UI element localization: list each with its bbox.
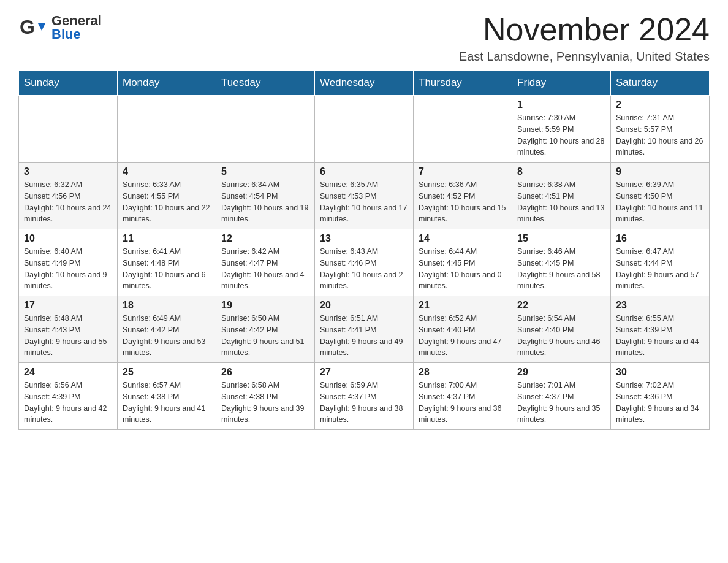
day-info: Sunrise: 7:30 AMSunset: 5:59 PMDaylight:… [517, 112, 605, 158]
day-info: Sunrise: 6:51 AMSunset: 4:41 PMDaylight:… [320, 313, 408, 359]
day-number: 12 [221, 233, 309, 244]
weekday-header-thursday: Thursday [414, 71, 512, 96]
calendar-cell-3-2: 11Sunrise: 6:41 AMSunset: 4:48 PMDayligh… [118, 229, 216, 296]
calendar-cell-1-3 [216, 96, 315, 163]
calendar-cell-2-2: 4Sunrise: 6:33 AMSunset: 4:55 PMDaylight… [118, 163, 216, 229]
weekday-header-wednesday: Wednesday [315, 71, 414, 96]
calendar-table: SundayMondayTuesdayWednesdayThursdayFrid… [18, 70, 710, 430]
day-number: 15 [517, 233, 605, 244]
day-number: 16 [616, 233, 704, 244]
calendar-cell-5-7: 30Sunrise: 7:02 AMSunset: 4:36 PMDayligh… [611, 363, 710, 430]
calendar-cell-3-3: 12Sunrise: 6:42 AMSunset: 4:47 PMDayligh… [216, 229, 315, 296]
calendar-cell-2-3: 5Sunrise: 6:34 AMSunset: 4:54 PMDaylight… [216, 163, 315, 229]
calendar-cell-4-2: 18Sunrise: 6:49 AMSunset: 4:42 PMDayligh… [118, 296, 216, 363]
calendar-cell-1-1 [19, 96, 118, 163]
day-info: Sunrise: 6:44 AMSunset: 4:45 PMDaylight:… [419, 246, 507, 292]
day-number: 11 [123, 233, 211, 244]
day-info: Sunrise: 6:57 AMSunset: 4:38 PMDaylight:… [123, 380, 211, 426]
day-number: 9 [616, 166, 704, 177]
calendar-cell-5-3: 26Sunrise: 6:58 AMSunset: 4:38 PMDayligh… [216, 363, 315, 430]
calendar-cell-1-5 [414, 96, 512, 163]
calendar-week-4: 17Sunrise: 6:48 AMSunset: 4:43 PMDayligh… [19, 296, 710, 363]
calendar-cell-3-6: 15Sunrise: 6:46 AMSunset: 4:45 PMDayligh… [512, 229, 611, 296]
day-number: 28 [419, 367, 507, 378]
day-number: 19 [221, 300, 309, 311]
day-number: 30 [616, 367, 704, 378]
weekday-header-sunday: Sunday [19, 71, 118, 96]
day-number: 7 [419, 166, 507, 177]
day-number: 24 [24, 367, 112, 378]
day-info: Sunrise: 6:32 AMSunset: 4:56 PMDaylight:… [24, 179, 112, 225]
calendar-cell-2-5: 7Sunrise: 6:36 AMSunset: 4:52 PMDaylight… [414, 163, 512, 229]
weekday-header-row: SundayMondayTuesdayWednesdayThursdayFrid… [19, 71, 710, 96]
calendar-cell-4-6: 22Sunrise: 6:54 AMSunset: 4:40 PMDayligh… [512, 296, 611, 363]
day-info: Sunrise: 6:35 AMSunset: 4:53 PMDaylight:… [320, 179, 408, 225]
day-number: 17 [24, 300, 112, 311]
calendar-cell-5-2: 25Sunrise: 6:57 AMSunset: 4:38 PMDayligh… [118, 363, 216, 430]
day-number: 21 [419, 300, 507, 311]
logo: G General Blue [18, 12, 102, 43]
calendar-cell-2-6: 8Sunrise: 6:38 AMSunset: 4:51 PMDaylight… [512, 163, 611, 229]
calendar-week-3: 10Sunrise: 6:40 AMSunset: 4:49 PMDayligh… [19, 229, 710, 296]
calendar-cell-3-1: 10Sunrise: 6:40 AMSunset: 4:49 PMDayligh… [19, 229, 118, 296]
page-header: G General Blue November 2024 East Lansdo… [18, 12, 710, 64]
day-info: Sunrise: 6:41 AMSunset: 4:48 PMDaylight:… [123, 246, 211, 292]
logo-icon: G [18, 12, 49, 43]
calendar-cell-4-4: 20Sunrise: 6:51 AMSunset: 4:41 PMDayligh… [315, 296, 414, 363]
calendar-week-5: 24Sunrise: 6:56 AMSunset: 4:39 PMDayligh… [19, 363, 710, 430]
day-info: Sunrise: 6:42 AMSunset: 4:47 PMDaylight:… [221, 246, 309, 292]
day-info: Sunrise: 7:00 AMSunset: 4:37 PMDaylight:… [419, 380, 507, 426]
day-info: Sunrise: 7:01 AMSunset: 4:37 PMDaylight:… [517, 380, 605, 426]
day-info: Sunrise: 6:46 AMSunset: 4:45 PMDaylight:… [517, 246, 605, 292]
calendar-cell-1-2 [118, 96, 216, 163]
day-number: 18 [123, 300, 211, 311]
day-info: Sunrise: 6:36 AMSunset: 4:52 PMDaylight:… [419, 179, 507, 225]
day-info: Sunrise: 7:31 AMSunset: 5:57 PMDaylight:… [616, 112, 704, 158]
day-info: Sunrise: 6:43 AMSunset: 4:46 PMDaylight:… [320, 246, 408, 292]
calendar-week-2: 3Sunrise: 6:32 AMSunset: 4:56 PMDaylight… [19, 163, 710, 229]
day-info: Sunrise: 6:34 AMSunset: 4:54 PMDaylight:… [221, 179, 309, 225]
calendar-cell-5-4: 27Sunrise: 6:59 AMSunset: 4:37 PMDayligh… [315, 363, 414, 430]
day-info: Sunrise: 6:38 AMSunset: 4:51 PMDaylight:… [517, 179, 605, 225]
calendar-cell-5-1: 24Sunrise: 6:56 AMSunset: 4:39 PMDayligh… [19, 363, 118, 430]
title-block: November 2024 East Lansdowne, Pennsylvan… [459, 12, 710, 64]
day-info: Sunrise: 6:50 AMSunset: 4:42 PMDaylight:… [221, 313, 309, 359]
day-number: 4 [123, 166, 211, 177]
day-number: 1 [517, 99, 605, 110]
month-title: November 2024 [459, 12, 710, 47]
logo-general-text: General [51, 14, 102, 28]
calendar-week-1: 1Sunrise: 7:30 AMSunset: 5:59 PMDaylight… [19, 96, 710, 163]
day-number: 13 [320, 233, 408, 244]
calendar-cell-1-7: 2Sunrise: 7:31 AMSunset: 5:57 PMDaylight… [611, 96, 710, 163]
weekday-header-monday: Monday [118, 71, 216, 96]
day-number: 14 [419, 233, 507, 244]
day-info: Sunrise: 7:02 AMSunset: 4:36 PMDaylight:… [616, 380, 704, 426]
day-number: 6 [320, 166, 408, 177]
calendar-cell-4-1: 17Sunrise: 6:48 AMSunset: 4:43 PMDayligh… [19, 296, 118, 363]
day-info: Sunrise: 6:52 AMSunset: 4:40 PMDaylight:… [419, 313, 507, 359]
day-info: Sunrise: 6:47 AMSunset: 4:44 PMDaylight:… [616, 246, 704, 292]
day-info: Sunrise: 6:56 AMSunset: 4:39 PMDaylight:… [24, 380, 112, 426]
calendar-cell-3-4: 13Sunrise: 6:43 AMSunset: 4:46 PMDayligh… [315, 229, 414, 296]
day-number: 23 [616, 300, 704, 311]
weekday-header-saturday: Saturday [611, 71, 710, 96]
day-number: 27 [320, 367, 408, 378]
day-number: 8 [517, 166, 605, 177]
day-info: Sunrise: 6:48 AMSunset: 4:43 PMDaylight:… [24, 313, 112, 359]
day-info: Sunrise: 6:33 AMSunset: 4:55 PMDaylight:… [123, 179, 211, 225]
calendar-cell-5-6: 29Sunrise: 7:01 AMSunset: 4:37 PMDayligh… [512, 363, 611, 430]
svg-marker-1 [38, 23, 45, 31]
day-info: Sunrise: 6:54 AMSunset: 4:40 PMDaylight:… [517, 313, 605, 359]
day-info: Sunrise: 6:58 AMSunset: 4:38 PMDaylight:… [221, 380, 309, 426]
day-info: Sunrise: 6:55 AMSunset: 4:39 PMDaylight:… [616, 313, 704, 359]
day-number: 22 [517, 300, 605, 311]
svg-text:G: G [20, 16, 35, 38]
day-number: 26 [221, 367, 309, 378]
calendar-body: 1Sunrise: 7:30 AMSunset: 5:59 PMDaylight… [19, 96, 710, 430]
day-number: 20 [320, 300, 408, 311]
weekday-header-friday: Friday [512, 71, 611, 96]
calendar-cell-4-7: 23Sunrise: 6:55 AMSunset: 4:39 PMDayligh… [611, 296, 710, 363]
logo-blue-text: Blue [51, 28, 102, 41]
day-number: 2 [616, 99, 704, 110]
day-info: Sunrise: 6:40 AMSunset: 4:49 PMDaylight:… [24, 246, 112, 292]
